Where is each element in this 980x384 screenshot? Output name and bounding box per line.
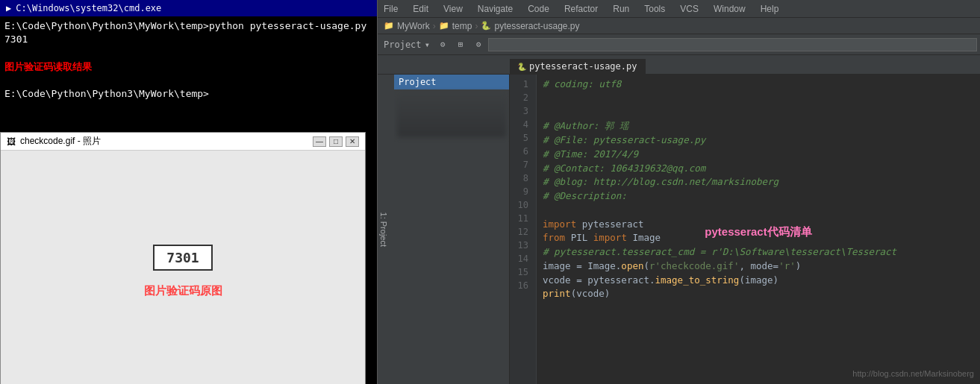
toolbar-settings[interactable]: ⚙: [434, 37, 451, 52]
code-content[interactable]: # coding: utf8 # @Author: 郭 瑶 # @File: p…: [537, 75, 980, 384]
code-line-5: # @File: pytesseract-usage.py: [543, 133, 974, 148]
photo-window: 🖼 checkcode.gif - 照片 — □ ✕ 7301 图片验证码原图: [0, 132, 366, 384]
code-line-14: image = Image.open(r'checkcode.gif', mod…: [543, 259, 974, 274]
ide-breadcrumb: 📁 MyWork › 📁 temp › 🐍 pytesseract-usage.…: [378, 18, 980, 34]
project-label: Project: [384, 40, 422, 50]
breadcrumb-root[interactable]: MyWork: [397, 21, 430, 31]
code-line-13: # pytesseract.tesseract_cmd = r'D:\Softw…: [543, 245, 974, 259]
cmd-icon: ▶: [6, 3, 11, 13]
code-line-10: [543, 204, 974, 218]
menu-help[interactable]: Help: [758, 2, 782, 16]
tab-pytesseract[interactable]: 🐍 pytesseract-usage.py: [510, 59, 646, 74]
menu-file[interactable]: File: [381, 2, 401, 16]
line-numbers: 1 2 3 4 5 6 7 8 9 10 11 12 13 14 15 16: [510, 75, 537, 384]
ide-project-panel: Project: [394, 75, 510, 384]
photo-icon: 🖼: [7, 136, 16, 147]
menu-vcs[interactable]: VCS: [677, 2, 702, 16]
cmd-line-2: 7301: [4, 33, 372, 46]
photo-title: checkcode.gif - 照片: [20, 135, 101, 148]
photo-titlebar: 🖼 checkcode.gif - 照片 — □ ✕: [1, 133, 365, 151]
cmd-title: C:\Windows\system32\cmd.exe: [16, 3, 161, 13]
cmd-line-1: E:\Code\Python\Python3\MyWork\temp>pytho…: [4, 19, 372, 33]
captcha-image: 7301: [153, 245, 213, 271]
menu-tools[interactable]: Tools: [641, 2, 668, 16]
menu-code[interactable]: Code: [525, 2, 552, 16]
footer-url: http://blog.csdn.net/Marksinoberg: [852, 367, 974, 381]
ide-panel: File Edit View Navigate Code Refactor Ru…: [377, 0, 980, 384]
sidebar-label: 1: Project: [379, 212, 388, 246]
minimize-button[interactable]: —: [313, 136, 326, 147]
project-panel-header: Project: [394, 75, 509, 89]
breadcrumb-temp[interactable]: temp: [452, 21, 472, 31]
photo-body: 7301 图片验证码原图: [1, 151, 365, 384]
cmd-line-3: [4, 46, 372, 60]
project-panel-title: Project: [399, 77, 437, 87]
toolbar-search-input[interactable]: [488, 38, 977, 51]
ide-tabs: 🐍 pytesseract-usage.py: [378, 55, 980, 75]
cmd-annotation-result: 图片验证码读取结果: [4, 60, 372, 74]
cmd-titlebar: ▶ C:\Windows\system32\cmd.exe: [0, 0, 377, 16]
code-line-4: # @Author: 郭 瑶: [543, 119, 974, 133]
toolbar-expand[interactable]: ⊞: [452, 37, 469, 52]
annotation-code-label: pytesseract代码清单: [705, 225, 811, 238]
code-line-15: vcode = pytesseract.image_to_string(imag…: [543, 274, 974, 288]
ide-main: 1: Project Project 1 2 3 4 5 6 7 8 9: [378, 75, 980, 384]
photo-controls[interactable]: — □ ✕: [313, 136, 359, 147]
photo-title-left: 🖼 checkcode.gif - 照片: [7, 135, 101, 148]
code-line-6: # @Time: 2017/4/9: [543, 148, 974, 162]
close-button[interactable]: ✕: [346, 136, 359, 147]
maximize-button[interactable]: □: [329, 136, 343, 147]
menu-refactor[interactable]: Refactor: [561, 2, 601, 16]
code-line-7: # @Contact: 1064319632@qq.com: [543, 162, 974, 176]
menu-navigate[interactable]: Navigate: [475, 2, 516, 16]
ide-menubar: File Edit View Navigate Code Refactor Ru…: [378, 0, 980, 18]
code-line-16: print(vcode): [543, 287, 974, 301]
photo-annotation: 图片验证码原图: [144, 284, 222, 298]
cmd-content: E:\Code\Python\Python3\MyWork\temp>pytho…: [0, 16, 377, 384]
tab-label: pytesseract-usage.py: [529, 61, 637, 72]
code-line-2: [543, 92, 974, 106]
code-line-8: # @blog: http://blog.csdn.net/marksinobe…: [543, 175, 974, 189]
breadcrumb-file[interactable]: pytesseract-usage.py: [494, 21, 579, 31]
menu-edit[interactable]: Edit: [410, 2, 431, 16]
menu-run[interactable]: Run: [610, 2, 632, 16]
code-line-9: # @Description:: [543, 189, 974, 204]
menu-view[interactable]: View: [440, 2, 466, 16]
ide-toolbar: Project ▾ ⚙ ⊞ ⚙: [378, 34, 980, 55]
code-annotation: pytesseract代码清单: [705, 224, 811, 241]
ide-code-area: 1 2 3 4 5 6 7 8 9 10 11 12 13 14 15 16 #…: [510, 75, 980, 384]
code-line-3: [543, 106, 974, 120]
cmd-panel: ▶ C:\Windows\system32\cmd.exe E:\Code\Py…: [0, 0, 377, 384]
menu-window[interactable]: Window: [711, 2, 749, 16]
footer-url-text: http://blog.csdn.net/Marksinoberg: [852, 369, 974, 378]
ide-sidebar[interactable]: 1: Project: [378, 75, 394, 384]
cmd-line-6: E:\Code\Python\Python3\MyWork\temp>: [4, 87, 372, 101]
project-dropdown[interactable]: Project ▾: [381, 37, 433, 52]
project-content: [394, 89, 509, 140]
dropdown-arrow: ▾: [425, 40, 430, 50]
code-line-1: # coding: utf8: [543, 78, 974, 92]
toolbar-gear2[interactable]: ⚙: [470, 37, 487, 52]
cmd-line-5: [4, 74, 372, 87]
